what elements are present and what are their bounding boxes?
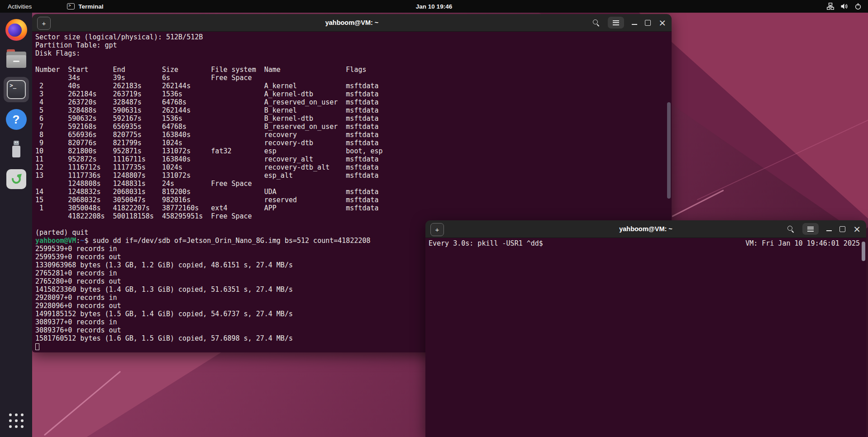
window-title: yahboom@VM: ~ bbox=[325, 19, 379, 26]
focused-app-name: Terminal bbox=[78, 3, 103, 10]
dock-item-software-updater[interactable] bbox=[4, 166, 29, 192]
system-tray[interactable] bbox=[827, 3, 862, 10]
terminal-line: 14 1248832s 2068031s 819200s UDA msftdat… bbox=[35, 188, 672, 196]
dock-item-terminal[interactable] bbox=[4, 77, 29, 102]
dock-item-help[interactable]: ? bbox=[4, 107, 29, 132]
dock: ? bbox=[0, 13, 32, 437]
focused-app-menu[interactable]: Terminal bbox=[67, 3, 103, 10]
hamburger-icon bbox=[807, 228, 814, 229]
terminal-line: 15 2068032s 3050047s 982016s reserved ms… bbox=[35, 196, 672, 204]
terminal-line: 5 328488s 590631s 262144s B_kernel msftd… bbox=[35, 106, 672, 114]
terminal-line: 2 40s 262183s 262144s A_kernel msftdata bbox=[35, 82, 672, 90]
maximize-button[interactable] bbox=[645, 20, 651, 26]
terminal-icon bbox=[7, 80, 26, 99]
terminal-line: 7 592168s 656935s 64768s B_reserved_on_u… bbox=[35, 123, 672, 131]
terminal-line: 8 656936s 820775s 163840s recovery msftd… bbox=[35, 131, 672, 139]
titlebar-controls: × bbox=[592, 14, 666, 31]
new-tab-button[interactable]: + bbox=[430, 223, 444, 236]
terminal-window-2: + yahboom@VM: ~ × Every 3.0s: pkill -USR… bbox=[425, 220, 866, 437]
terminal-line: 3 262184s 263719s 1536s A_kernel-dtb msf… bbox=[35, 90, 672, 98]
terminal-app-icon bbox=[67, 3, 75, 10]
close-button[interactable]: × bbox=[853, 224, 861, 233]
terminal2-output[interactable]: Every 3.0s: pkill -USR1 ^dd$ VM: Fri Jan… bbox=[425, 238, 866, 437]
minimize-button[interactable] bbox=[826, 230, 832, 231]
close-button[interactable]: × bbox=[658, 18, 666, 27]
dock-item-firefox[interactable] bbox=[4, 17, 29, 43]
hamburger-icon bbox=[613, 22, 619, 23]
terminal-line bbox=[35, 57, 672, 66]
terminal-line: Disk Flags: bbox=[35, 49, 672, 57]
top-bar: Activities Terminal Jan 10 19:46 bbox=[0, 0, 868, 13]
terminal-line: Number Start End Size File system Name F… bbox=[35, 66, 672, 74]
terminal-cursor bbox=[35, 343, 39, 350]
scrollbar-thumb[interactable] bbox=[667, 102, 671, 199]
scrollbar-thumb[interactable] bbox=[862, 242, 865, 261]
usb-drive-icon bbox=[12, 141, 20, 158]
terminal-line: 6 590632s 592167s 1536s B_kernel-dtb msf… bbox=[35, 114, 672, 123]
help-icon: ? bbox=[6, 109, 27, 130]
maximize-button[interactable] bbox=[839, 226, 845, 232]
terminal-line: 41822208s 500118158s 458295951s Free Spa… bbox=[35, 212, 672, 220]
software-updater-icon bbox=[6, 169, 26, 189]
window-title: yahboom@VM: ~ bbox=[619, 225, 672, 233]
volume-icon[interactable] bbox=[840, 3, 848, 10]
search-icon[interactable] bbox=[592, 19, 600, 27]
network-icon[interactable] bbox=[827, 3, 834, 10]
clock[interactable]: Jan 10 19:46 bbox=[416, 3, 452, 10]
terminal-line: 9 820776s 821799s 1024s recovery-dtb msf… bbox=[35, 139, 672, 147]
terminal-line: 1 3050048s 41822207s 38772160s ext4 APP … bbox=[35, 204, 672, 212]
firefox-icon bbox=[5, 19, 27, 41]
terminal-line: 13 1117736s 1248807s 131072s esp_alt msf… bbox=[35, 171, 672, 180]
wallpaper-streak bbox=[672, 190, 724, 217]
terminal-line: 1248808s 1248831s 24s Free Space bbox=[35, 180, 672, 188]
terminal-line: 4 263720s 328487s 64768s A_reserved_on_u… bbox=[35, 98, 672, 106]
new-tab-button[interactable]: + bbox=[37, 17, 51, 30]
terminal-line: 10 821800s 952871s 131072s fat32 esp boo… bbox=[35, 147, 672, 155]
terminal-line: 11 952872s 1116711s 163840s recovery_alt… bbox=[35, 155, 672, 163]
activities-button[interactable]: Activities bbox=[8, 3, 32, 10]
files-icon bbox=[6, 52, 26, 68]
dock-item-usb-drive[interactable] bbox=[4, 137, 29, 162]
terminal-line: Sector size (logical/physical): 512B/512… bbox=[35, 33, 672, 41]
terminal-line: 12 1116712s 1117735s 1024s recovery-dtb_… bbox=[35, 163, 672, 171]
terminal2-titlebar[interactable]: + yahboom@VM: ~ × bbox=[425, 220, 866, 238]
titlebar-controls: × bbox=[787, 220, 861, 238]
terminal-line: 34s 39s 6s Free Space bbox=[35, 74, 672, 82]
terminal1-titlebar[interactable]: + yahboom@VM: ~ × bbox=[32, 14, 672, 32]
menu-button[interactable] bbox=[608, 17, 624, 28]
minimize-button[interactable] bbox=[632, 24, 637, 25]
power-icon[interactable] bbox=[854, 3, 862, 10]
search-icon[interactable] bbox=[787, 225, 795, 233]
menu-button[interactable] bbox=[802, 223, 819, 235]
watch-header-line: Every 3.0s: pkill -USR1 ^dd$ VM: Fri Jan… bbox=[429, 239, 866, 247]
watch-command: Every 3.0s: pkill -USR1 ^dd$ bbox=[429, 239, 543, 247]
show-applications-icon[interactable] bbox=[9, 413, 24, 428]
dock-item-files[interactable] bbox=[4, 47, 29, 72]
terminal-line: Partition Table: gpt bbox=[35, 41, 672, 49]
watch-timestamp: VM: Fri Jan 10 19:46:01 2025 bbox=[745, 239, 866, 247]
